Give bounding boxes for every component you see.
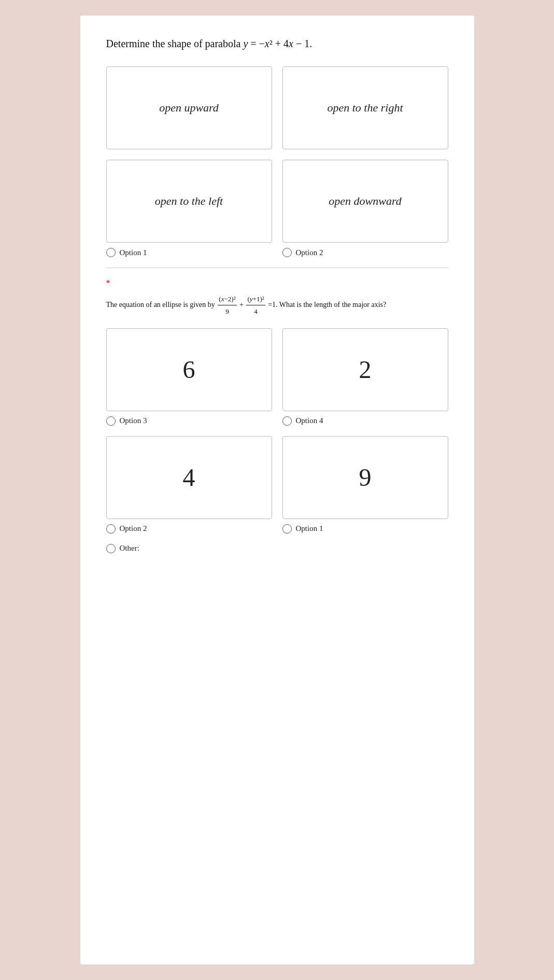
option-text-1: open upward (159, 101, 219, 115)
option-text-4: open downward (329, 194, 401, 208)
q2-option-num-3: 6 (183, 355, 195, 384)
option-text-2: open to the right (327, 101, 403, 115)
q2-option-card-4[interactable]: 2 (282, 328, 448, 411)
q2-option-num-2: 4 (183, 463, 195, 492)
q2-radio-3[interactable] (106, 416, 116, 426)
q2-option-label-text-1: Option 1 (296, 524, 323, 533)
option-label-1[interactable]: Option 1 (106, 248, 272, 257)
other-row[interactable]: Other: (106, 544, 448, 553)
q2-radio-2[interactable] (106, 524, 116, 534)
question1-block: Determine the shape of parabola y = −x² … (106, 36, 448, 257)
question2-block: * The equation of an ellipse is given by… (106, 278, 448, 553)
question2-asterisk: * (106, 278, 448, 288)
other-radio[interactable] (106, 544, 116, 553)
section-divider (106, 268, 448, 268)
q2-option-num-1: 9 (359, 463, 372, 492)
q2-option-label-text-4: Option 4 (296, 416, 323, 425)
question1-label-row-top: Option 1 Option 2 (106, 248, 448, 257)
q2-radio-4[interactable] (282, 416, 292, 426)
fraction1-num: (x−2)² (218, 293, 236, 305)
question1-options-grid: open upward open to the right open to th… (106, 66, 448, 243)
q2-radio-1[interactable] (282, 524, 292, 534)
q2-option-label-text-2: Option 2 (120, 524, 147, 533)
q2-option-label-1[interactable]: Option 1 (282, 524, 448, 534)
question2-text: The equation of an ellipse is given by (… (106, 293, 448, 318)
q2-option-card-2[interactable]: 4 (106, 436, 272, 519)
question2-options-bottom-grid: 4 9 (106, 436, 448, 519)
fraction2-den: 4 (253, 305, 259, 317)
option-card-1[interactable]: open upward (106, 66, 272, 149)
question2-options-top-grid: 6 2 (106, 328, 448, 411)
q2-option-label-3[interactable]: Option 3 (106, 416, 272, 426)
fraction2-num: (y+1)² (246, 293, 265, 305)
other-label: Other: (120, 544, 139, 553)
question2-label-row-top: Option 3 Option 4 (106, 416, 448, 426)
q2-option-label-4[interactable]: Option 4 (282, 416, 448, 426)
radio-1[interactable] (106, 248, 116, 257)
option-card-2[interactable]: open to the right (282, 66, 448, 149)
q2-option-card-3[interactable]: 6 (106, 328, 272, 411)
q2-option-card-1[interactable]: 9 (282, 436, 448, 519)
fraction2: (y+1)² 4 (246, 293, 265, 318)
question2-label-row-bottom: Option 2 Option 1 (106, 524, 448, 534)
page-container: Determine the shape of parabola y = −x² … (80, 16, 474, 964)
option-label-text-2: Option 2 (296, 248, 323, 257)
option-label-text-1: Option 1 (120, 248, 147, 257)
option-label-2[interactable]: Option 2 (282, 248, 448, 257)
option-text-3: open to the left (155, 194, 223, 208)
radio-2[interactable] (282, 248, 292, 257)
fraction1: (x−2)² 9 (218, 293, 236, 318)
q2-option-num-4: 2 (359, 355, 372, 384)
option-card-3[interactable]: open to the left (106, 160, 272, 243)
q2-option-label-text-3: Option 3 (120, 416, 147, 425)
fraction1-den: 9 (224, 305, 230, 317)
option-card-4[interactable]: open downward (282, 160, 448, 243)
q2-option-label-2[interactable]: Option 2 (106, 524, 272, 534)
question1-title: Determine the shape of parabola y = −x² … (106, 36, 448, 51)
